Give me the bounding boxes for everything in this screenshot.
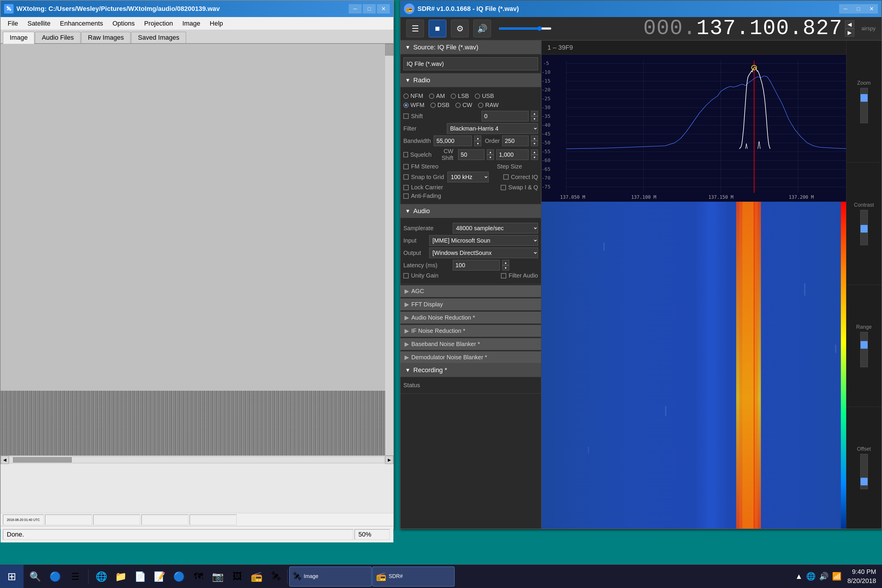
taskbar-word-icon[interactable]: 📄 bbox=[131, 567, 150, 586]
source-select[interactable]: IQ File (*.wav) bbox=[404, 57, 538, 70]
taskbar-app-wxtoimg[interactable]: 🛰 Image bbox=[289, 567, 372, 586]
anti-fading-checkbox[interactable] bbox=[404, 194, 409, 199]
lock-carrier-checkbox[interactable] bbox=[404, 185, 409, 190]
shift-up[interactable]: ▲ bbox=[531, 111, 538, 116]
bw-input[interactable] bbox=[434, 135, 472, 146]
wxtoimg-vscroll-thumb[interactable] bbox=[385, 44, 393, 56]
swap-iq-checkbox[interactable] bbox=[501, 185, 506, 190]
fft-section[interactable]: ▶ FFT Display bbox=[400, 298, 541, 310]
sdr-volume-slider[interactable] bbox=[499, 26, 552, 31]
radio-wfm[interactable]: WFM bbox=[404, 102, 424, 108]
radio-am[interactable]: AM bbox=[429, 93, 445, 99]
latency-input[interactable] bbox=[453, 260, 500, 270]
fm-stereo-checkbox[interactable] bbox=[404, 164, 409, 170]
latency-down[interactable]: ▼ bbox=[502, 265, 509, 270]
clock[interactable]: 9:40 PM 8/20/2018 bbox=[847, 567, 876, 586]
sdr-settings-btn[interactable]: ⚙ bbox=[451, 20, 469, 38]
taskbar-app-sdr[interactable]: 📻 SDR# bbox=[372, 567, 454, 586]
offset-slider[interactable] bbox=[860, 454, 868, 489]
wxtoimg-maximize-btn[interactable]: □ bbox=[363, 4, 376, 14]
source-section-header[interactable]: ▼ Source: IQ File (*.wav) bbox=[400, 40, 541, 54]
taskbar-cortana-icon[interactable]: 🔵 bbox=[46, 567, 64, 586]
order-up[interactable]: ▲ bbox=[531, 135, 538, 141]
start-button[interactable]: ⊞ bbox=[0, 565, 24, 588]
audio-section-header[interactable]: ▼ Audio bbox=[400, 204, 541, 218]
snap-checkbox[interactable] bbox=[404, 174, 409, 180]
tab-saved-images[interactable]: Saved Images bbox=[131, 32, 186, 43]
hscroll-thumb[interactable] bbox=[13, 457, 72, 462]
tab-image[interactable]: Image bbox=[3, 32, 34, 44]
menu-projection[interactable]: Projection bbox=[140, 18, 178, 29]
squelch-up[interactable]: ▲ bbox=[487, 149, 494, 154]
bw-down[interactable]: ▼ bbox=[474, 141, 481, 146]
squelch-down[interactable]: ▼ bbox=[487, 154, 494, 160]
spectrum-chart[interactable]: -5 -10 -15 -20 -25 -30 -35 -40 -45 -50 -… bbox=[542, 55, 881, 202]
input-select[interactable]: [MME] Microsoft Soun bbox=[429, 235, 538, 246]
hscroll-track[interactable] bbox=[10, 457, 384, 462]
shift-down[interactable]: ▼ bbox=[531, 116, 538, 122]
order-down[interactable]: ▼ bbox=[531, 141, 538, 146]
demodulator-section[interactable]: ▶ Demodulator Noise Blanker * bbox=[400, 351, 541, 363]
snap-select[interactable]: 100 kHz bbox=[447, 172, 489, 182]
range-slider[interactable] bbox=[860, 332, 868, 367]
waterfall[interactable] bbox=[542, 202, 881, 529]
order-input[interactable] bbox=[502, 135, 529, 146]
taskbar-sdr-icon[interactable]: 📻 bbox=[247, 567, 266, 586]
audio-noise-section[interactable]: ▶ Audio Noise Reduction * bbox=[400, 312, 541, 324]
sys-tray-volume-icon[interactable]: 🔊 bbox=[819, 572, 828, 581]
sdr-audio-btn[interactable]: 🔊 bbox=[473, 20, 491, 38]
taskbar-photos-icon[interactable]: 🖼 bbox=[228, 567, 247, 586]
radio-lsb[interactable]: LSB bbox=[451, 93, 469, 99]
bw-up[interactable]: ▲ bbox=[474, 135, 481, 141]
filter-audio-checkbox[interactable] bbox=[501, 273, 506, 278]
cw-shift-input[interactable] bbox=[496, 149, 529, 160]
wxtoimg-vscroll[interactable] bbox=[385, 44, 393, 455]
correct-iq-checkbox[interactable] bbox=[503, 174, 508, 180]
menu-options[interactable]: Options bbox=[108, 18, 140, 29]
sdr-freq-down[interactable]: ▶ bbox=[845, 28, 854, 37]
squelch-input[interactable] bbox=[458, 149, 484, 160]
tab-audio-files[interactable]: Audio Files bbox=[35, 32, 81, 43]
menu-enhancements[interactable]: Enhancements bbox=[55, 18, 108, 29]
menu-satellite[interactable]: Satellite bbox=[22, 18, 55, 29]
radio-cw[interactable]: CW bbox=[455, 102, 472, 108]
tab-raw-images[interactable]: Raw Images bbox=[81, 32, 130, 43]
zoom-slider[interactable] bbox=[860, 88, 868, 123]
sdr-freq-up[interactable]: ◀ bbox=[845, 20, 854, 28]
radio-usb[interactable]: USB bbox=[475, 93, 494, 99]
samplerate-select[interactable]: 48000 sample/sec bbox=[453, 223, 538, 233]
baseband-section[interactable]: ▶ Baseband Noise Blanker * bbox=[400, 338, 541, 350]
taskbar-explorer-icon[interactable]: 📁 bbox=[111, 567, 130, 586]
cw-shift-down[interactable]: ▼ bbox=[531, 154, 538, 160]
radio-dsb[interactable]: DSB bbox=[430, 102, 450, 108]
shift-checkbox[interactable] bbox=[404, 114, 409, 119]
menu-image[interactable]: Image bbox=[178, 18, 205, 29]
sys-tray-network-icon[interactable]: 🌐 bbox=[806, 572, 816, 581]
contrast-slider[interactable] bbox=[860, 210, 868, 245]
wxtoimg-minimize-btn[interactable]: ─ bbox=[349, 4, 362, 14]
cw-shift-up[interactable]: ▲ bbox=[531, 149, 538, 154]
wxtoimg-close-btn[interactable]: ✕ bbox=[377, 4, 390, 14]
taskbar-chrome-icon[interactable]: 🔵 bbox=[170, 567, 189, 586]
sdr-stop-btn[interactable]: ■ bbox=[429, 20, 446, 38]
sys-tray-up-icon[interactable]: ▲ bbox=[795, 572, 802, 581]
sdr-menu-btn[interactable]: ☰ bbox=[406, 20, 424, 38]
sdr-maximize-btn[interactable]: □ bbox=[852, 4, 865, 14]
sdr-minimize-btn[interactable]: ─ bbox=[839, 4, 852, 14]
radio-section-header[interactable]: ▼ Radio bbox=[400, 74, 541, 87]
recording-section-header[interactable]: ▼ Recording * bbox=[400, 363, 541, 377]
menu-file[interactable]: File bbox=[3, 18, 22, 29]
latency-up[interactable]: ▲ bbox=[502, 260, 509, 265]
taskbar-map-icon[interactable]: 🗺 bbox=[189, 567, 208, 586]
shift-input[interactable] bbox=[482, 111, 529, 122]
filter-select[interactable]: Blackman-Harris 4 bbox=[447, 123, 538, 134]
taskbar-search-icon[interactable]: 🔍 bbox=[26, 567, 45, 586]
sdr-close-btn[interactable]: ✕ bbox=[865, 4, 878, 14]
taskbar-extra-icon[interactable]: 🛰 bbox=[267, 567, 285, 586]
menu-help[interactable]: Help bbox=[205, 18, 228, 29]
hscroll-right-btn[interactable]: ▶ bbox=[385, 456, 393, 464]
unity-gain-checkbox[interactable] bbox=[404, 273, 409, 278]
taskbar-notepad-icon[interactable]: 📝 bbox=[150, 567, 169, 586]
agc-section[interactable]: ▶ AGC bbox=[400, 285, 541, 297]
hscroll-left-btn[interactable]: ◀ bbox=[1, 456, 9, 464]
